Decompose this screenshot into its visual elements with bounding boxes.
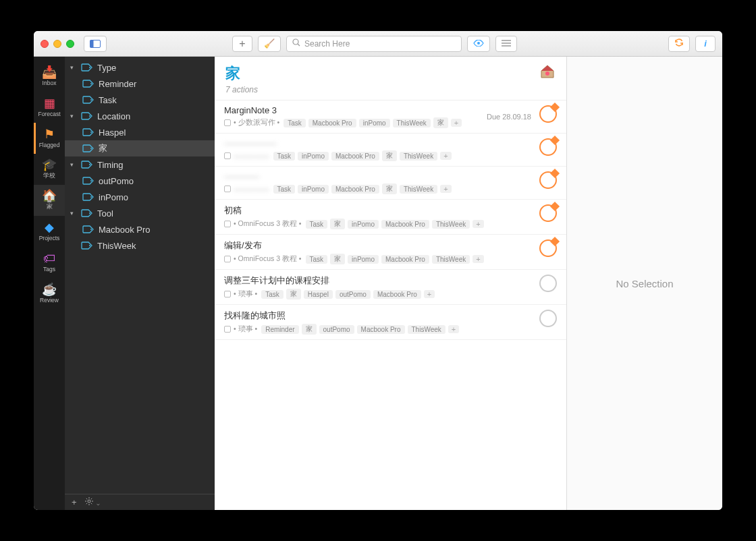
tag-pill[interactable]: 家 <box>286 289 301 300</box>
tag-pill[interactable]: Macbook Pro <box>381 220 429 229</box>
add-tag-button[interactable]: + <box>451 119 462 127</box>
sidebar-tag[interactable]: outPomo <box>65 173 215 189</box>
action-row[interactable]: ———————————TaskinPomoMacbook Pro家ThisWee… <box>215 134 566 167</box>
tag-pill[interactable]: Macbook Pro <box>357 325 405 334</box>
project-label[interactable]: • OmniFocus 3 教程 • <box>234 219 302 229</box>
status-circle[interactable] <box>539 310 557 327</box>
tag-pill[interactable]: outPomo <box>335 290 371 299</box>
tag-pill[interactable]: Task <box>273 185 296 194</box>
add-tag-button[interactable]: + <box>473 220 483 228</box>
sidebar-tag[interactable]: Task <box>65 92 215 108</box>
action-row[interactable]: 调整三年计划中的课程安排• 琐事 •Task家HaspeloutPomoMacb… <box>215 270 566 305</box>
sidebar-group[interactable]: ▾Timing <box>65 156 215 173</box>
perspective-home[interactable]: 🏠家 <box>34 185 65 216</box>
action-row[interactable]: —————————TaskinPomoMacbook Pro家ThisWeek+ <box>215 167 566 200</box>
tag-pill[interactable]: Macbook Pro <box>331 152 379 161</box>
note-icon[interactable] <box>224 291 231 297</box>
note-icon[interactable] <box>224 221 231 227</box>
tag-pill[interactable]: 家 <box>330 254 345 264</box>
status-circle[interactable] <box>539 275 557 292</box>
tag-pill[interactable]: inPomo <box>359 119 390 127</box>
tag-pill[interactable]: Reminder <box>261 325 298 334</box>
tag-pill[interactable]: Haspel <box>304 290 333 299</box>
project-label[interactable]: • 少数派写作 • <box>234 118 279 127</box>
tag-pill[interactable]: Task <box>284 119 306 127</box>
note-icon[interactable] <box>224 119 231 126</box>
tag-pill[interactable]: 家 <box>330 219 345 229</box>
tag-pill[interactable]: ThisWeek <box>400 185 437 194</box>
cleanup-button[interactable]: 🧹 <box>258 36 281 52</box>
perspective-school[interactable]: 🎓学校 <box>34 154 65 185</box>
sidebar-tag[interactable]: Macbook Pro <box>65 221 215 237</box>
add-tag-button[interactable]: + <box>448 325 459 333</box>
status-circle[interactable] <box>539 204 557 222</box>
sidebar-toggle-button[interactable] <box>84 36 107 52</box>
tag-pill[interactable]: Macbook Pro <box>381 255 429 264</box>
inspector-toggle-button[interactable] <box>495 36 517 52</box>
status-circle[interactable] <box>539 171 557 189</box>
tag-pill[interactable]: inPomo <box>298 185 329 194</box>
action-row[interactable]: 编辑/发布• OmniFocus 3 教程 •Task家inPomoMacboo… <box>215 235 566 270</box>
project-label[interactable]: • 琐事 • <box>234 289 257 299</box>
tag-pill[interactable]: ThisWeek <box>432 255 470 264</box>
add-button[interactable]: + <box>232 36 252 52</box>
action-row[interactable]: MarginNote 3• 少数派写作 •TaskMacbook ProinPo… <box>215 101 566 134</box>
tag-pill[interactable]: ThisWeek <box>408 325 446 334</box>
sidebar-tag[interactable]: ThisWeek <box>65 237 215 254</box>
status-circle[interactable] <box>539 239 557 257</box>
perspective-projects[interactable]: ◆Projects <box>34 216 65 247</box>
tag-pill[interactable]: ThisWeek <box>393 119 431 127</box>
tag-pill[interactable]: ThisWeek <box>400 152 437 161</box>
add-tag-button[interactable]: + <box>440 185 451 193</box>
close-button[interactable] <box>40 40 49 48</box>
sidebar-group[interactable]: ▾Tool <box>65 205 215 221</box>
tag-pill[interactable]: inPomo <box>298 152 329 161</box>
tag-pill[interactable]: ThisWeek <box>432 220 470 229</box>
note-icon[interactable] <box>224 152 231 159</box>
project-label[interactable]: ————— <box>234 152 269 160</box>
sync-button[interactable] <box>668 36 690 52</box>
sidebar-tag[interactable]: 家 <box>65 140 215 156</box>
tag-pill[interactable]: inPomo <box>348 220 379 229</box>
add-tag-button[interactable]: + <box>440 152 451 160</box>
perspective-tags[interactable]: 🏷Tags <box>34 247 65 278</box>
perspective-flagged[interactable]: ⚑Flagged <box>34 123 65 154</box>
view-button[interactable] <box>467 36 490 52</box>
project-label[interactable]: ————— <box>234 185 269 193</box>
note-icon[interactable] <box>224 326 231 333</box>
tag-pill[interactable]: Task <box>306 255 328 264</box>
tag-pill[interactable]: Task <box>306 220 328 229</box>
info-button[interactable]: i <box>695 36 716 52</box>
sidebar-tag[interactable]: inPomo <box>65 189 215 205</box>
search-field[interactable]: Search Here <box>286 36 462 52</box>
add-tag-button[interactable]: + <box>424 290 435 298</box>
sidebar-add-button[interactable]: + <box>72 497 77 507</box>
sidebar-tag[interactable]: Reminder <box>65 76 215 92</box>
tag-pill[interactable]: 家 <box>382 150 397 161</box>
sidebar-group[interactable]: ▾Type <box>65 59 215 76</box>
project-label[interactable]: • OmniFocus 3 教程 • <box>234 254 302 264</box>
note-icon[interactable] <box>224 256 231 262</box>
zoom-button[interactable] <box>66 40 74 48</box>
status-circle[interactable] <box>539 105 557 123</box>
tag-pill[interactable]: 家 <box>433 117 448 128</box>
add-tag-button[interactable]: + <box>473 255 483 263</box>
sidebar-group[interactable]: ▾Location <box>65 108 215 124</box>
tag-pill[interactable]: Task <box>273 152 296 161</box>
tag-pill[interactable]: 家 <box>302 324 317 335</box>
perspective-inbox[interactable]: 📥Inbox <box>34 61 65 92</box>
perspective-forecast[interactable]: ▦Forecast <box>34 92 65 123</box>
tag-pill[interactable]: Macbook Pro <box>331 185 379 194</box>
tag-pill[interactable]: outPomo <box>319 325 354 334</box>
action-row[interactable]: 找科隆的城市照• 琐事 •Reminder家outPomoMacbook Pro… <box>215 305 566 340</box>
tag-pill[interactable]: Macbook Pro <box>373 290 421 299</box>
sidebar-tag[interactable]: Haspel <box>65 124 215 140</box>
tag-pill[interactable]: 家 <box>382 183 397 194</box>
tag-pill[interactable]: inPomo <box>348 255 379 264</box>
note-icon[interactable] <box>224 186 231 192</box>
tag-pill[interactable]: Task <box>261 290 284 299</box>
perspective-review[interactable]: ☕Review <box>34 278 65 309</box>
status-circle[interactable] <box>539 138 557 156</box>
project-label[interactable]: • 琐事 • <box>234 324 257 334</box>
action-row[interactable]: 初稿• OmniFocus 3 教程 •Task家inPomoMacbook P… <box>215 200 566 235</box>
